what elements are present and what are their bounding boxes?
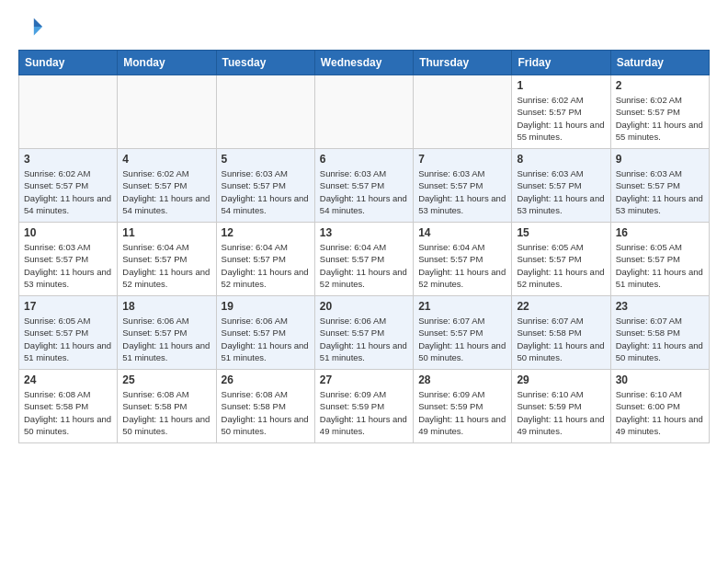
day-info: Sunrise: 6:02 AM Sunset: 5:57 PM Dayligh…: [616, 94, 704, 143]
day-number: 4: [122, 153, 210, 166]
calendar-cell: 26Sunrise: 6:08 AM Sunset: 5:58 PM Dayli…: [216, 370, 314, 443]
day-number: 2: [616, 79, 704, 92]
weekday-header-saturday: Saturday: [610, 51, 709, 75]
day-info: Sunrise: 6:05 AM Sunset: 5:57 PM Dayligh…: [616, 241, 704, 290]
day-number: 14: [418, 226, 506, 239]
calendar-cell: 28Sunrise: 6:09 AM Sunset: 5:59 PM Dayli…: [414, 370, 512, 443]
day-number: 8: [517, 153, 605, 166]
day-info: Sunrise: 6:03 AM Sunset: 5:57 PM Dayligh…: [517, 167, 605, 216]
calendar-cell: [414, 75, 512, 149]
day-number: 11: [122, 226, 210, 239]
day-info: Sunrise: 6:06 AM Sunset: 5:57 PM Dayligh…: [222, 315, 310, 363]
svg-marker-0: [34, 18, 42, 27]
weekday-header-thursday: Thursday: [414, 51, 512, 75]
day-number: 15: [517, 226, 605, 239]
day-number: 19: [222, 300, 310, 313]
day-info: Sunrise: 6:10 AM Sunset: 5:59 PM Dayligh…: [517, 388, 605, 437]
day-info: Sunrise: 6:03 AM Sunset: 5:57 PM Dayligh…: [222, 167, 310, 216]
calendar-cell: 18Sunrise: 6:06 AM Sunset: 5:57 PM Dayli…: [118, 296, 216, 370]
day-number: 23: [616, 300, 704, 313]
day-info: Sunrise: 6:08 AM Sunset: 5:58 PM Dayligh…: [24, 388, 112, 437]
day-number: 20: [320, 300, 408, 313]
weekday-header-wednesday: Wednesday: [314, 51, 413, 75]
week-row-0: 1Sunrise: 6:02 AM Sunset: 5:57 PM Daylig…: [19, 75, 710, 149]
day-number: 12: [222, 226, 310, 239]
day-info: Sunrise: 6:03 AM Sunset: 5:57 PM Dayligh…: [418, 167, 506, 216]
day-number: 13: [320, 226, 408, 239]
calendar-cell: 9Sunrise: 6:03 AM Sunset: 5:57 PM Daylig…: [610, 149, 709, 223]
day-number: 26: [222, 373, 310, 386]
calendar-cell: 20Sunrise: 6:06 AM Sunset: 5:57 PM Dayli…: [314, 296, 413, 370]
week-row-1: 3Sunrise: 6:02 AM Sunset: 5:57 PM Daylig…: [19, 149, 710, 223]
day-info: Sunrise: 6:09 AM Sunset: 5:59 PM Dayligh…: [418, 388, 506, 437]
day-info: Sunrise: 6:10 AM Sunset: 6:00 PM Dayligh…: [616, 388, 704, 437]
day-info: Sunrise: 6:08 AM Sunset: 5:58 PM Dayligh…: [222, 388, 310, 437]
day-info: Sunrise: 6:06 AM Sunset: 5:57 PM Dayligh…: [122, 315, 210, 363]
calendar-cell: [216, 75, 314, 149]
day-info: Sunrise: 6:03 AM Sunset: 5:57 PM Dayligh…: [24, 241, 112, 290]
calendar-cell: 19Sunrise: 6:06 AM Sunset: 5:57 PM Dayli…: [216, 296, 314, 370]
calendar-cell: 1Sunrise: 6:02 AM Sunset: 5:57 PM Daylig…: [512, 75, 610, 149]
calendar-cell: 7Sunrise: 6:03 AM Sunset: 5:57 PM Daylig…: [414, 149, 512, 223]
day-info: Sunrise: 6:05 AM Sunset: 5:57 PM Dayligh…: [517, 241, 605, 290]
day-number: 18: [122, 300, 210, 313]
day-number: 3: [24, 153, 112, 166]
day-number: 22: [517, 300, 605, 313]
day-info: Sunrise: 6:04 AM Sunset: 5:57 PM Dayligh…: [122, 241, 210, 290]
calendar-cell: 17Sunrise: 6:05 AM Sunset: 5:57 PM Dayli…: [19, 296, 118, 370]
calendar-cell: 3Sunrise: 6:02 AM Sunset: 5:57 PM Daylig…: [19, 149, 118, 223]
calendar-cell: 16Sunrise: 6:05 AM Sunset: 5:57 PM Dayli…: [610, 223, 709, 296]
header: [18, 15, 710, 40]
calendar-cell: [314, 75, 413, 149]
day-number: 16: [616, 226, 704, 239]
logo-icon: [18, 15, 44, 40]
day-number: 7: [418, 153, 506, 166]
day-info: Sunrise: 6:09 AM Sunset: 5:59 PM Dayligh…: [320, 388, 408, 437]
weekday-header-friday: Friday: [512, 51, 610, 75]
svg-marker-1: [34, 27, 42, 35]
calendar-cell: 11Sunrise: 6:04 AM Sunset: 5:57 PM Dayli…: [118, 223, 216, 296]
day-number: 5: [222, 153, 310, 166]
day-info: Sunrise: 6:04 AM Sunset: 5:57 PM Dayligh…: [320, 241, 408, 290]
day-info: Sunrise: 6:07 AM Sunset: 5:58 PM Dayligh…: [517, 315, 605, 363]
calendar-cell: 4Sunrise: 6:02 AM Sunset: 5:57 PM Daylig…: [118, 149, 216, 223]
day-info: Sunrise: 6:04 AM Sunset: 5:57 PM Dayligh…: [222, 241, 310, 290]
calendar-cell: 6Sunrise: 6:03 AM Sunset: 5:57 PM Daylig…: [314, 149, 413, 223]
day-info: Sunrise: 6:02 AM Sunset: 5:57 PM Dayligh…: [24, 167, 112, 216]
calendar-cell: 24Sunrise: 6:08 AM Sunset: 5:58 PM Dayli…: [19, 370, 118, 443]
day-number: 24: [24, 373, 112, 386]
day-number: 30: [616, 373, 704, 386]
calendar-cell: 23Sunrise: 6:07 AM Sunset: 5:58 PM Dayli…: [610, 296, 709, 370]
day-number: 17: [24, 300, 112, 313]
day-info: Sunrise: 6:02 AM Sunset: 5:57 PM Dayligh…: [122, 167, 210, 216]
calendar-cell: 27Sunrise: 6:09 AM Sunset: 5:59 PM Dayli…: [314, 370, 413, 443]
calendar-cell: 30Sunrise: 6:10 AM Sunset: 6:00 PM Dayli…: [610, 370, 709, 443]
calendar-cell: 13Sunrise: 6:04 AM Sunset: 5:57 PM Dayli…: [314, 223, 413, 296]
weekday-header-row: SundayMondayTuesdayWednesdayThursdayFrid…: [19, 51, 710, 75]
calendar-cell: 25Sunrise: 6:08 AM Sunset: 5:58 PM Dayli…: [118, 370, 216, 443]
calendar-cell: 21Sunrise: 6:07 AM Sunset: 5:57 PM Dayli…: [414, 296, 512, 370]
calendar-cell: 10Sunrise: 6:03 AM Sunset: 5:57 PM Dayli…: [19, 223, 118, 296]
day-info: Sunrise: 6:07 AM Sunset: 5:57 PM Dayligh…: [418, 315, 506, 363]
week-row-4: 24Sunrise: 6:08 AM Sunset: 5:58 PM Dayli…: [19, 370, 710, 443]
day-number: 27: [320, 373, 408, 386]
calendar-cell: [118, 75, 216, 149]
day-info: Sunrise: 6:03 AM Sunset: 5:57 PM Dayligh…: [616, 167, 704, 216]
day-info: Sunrise: 6:02 AM Sunset: 5:57 PM Dayligh…: [517, 94, 605, 143]
day-number: 21: [418, 300, 506, 313]
day-info: Sunrise: 6:06 AM Sunset: 5:57 PM Dayligh…: [320, 315, 408, 363]
calendar-cell: [19, 75, 118, 149]
weekday-header-tuesday: Tuesday: [216, 51, 314, 75]
day-info: Sunrise: 6:07 AM Sunset: 5:58 PM Dayligh…: [616, 315, 704, 363]
day-info: Sunrise: 6:08 AM Sunset: 5:58 PM Dayligh…: [122, 388, 210, 437]
calendar-cell: 14Sunrise: 6:04 AM Sunset: 5:57 PM Dayli…: [414, 223, 512, 296]
logo: [18, 15, 48, 40]
calendar-cell: 22Sunrise: 6:07 AM Sunset: 5:58 PM Dayli…: [512, 296, 610, 370]
page: SundayMondayTuesdayWednesdayThursdayFrid…: [0, 0, 728, 563]
day-number: 28: [418, 373, 506, 386]
day-number: 1: [517, 79, 605, 92]
day-number: 6: [320, 153, 408, 166]
calendar-cell: 15Sunrise: 6:05 AM Sunset: 5:57 PM Dayli…: [512, 223, 610, 296]
calendar-cell: 12Sunrise: 6:04 AM Sunset: 5:57 PM Dayli…: [216, 223, 314, 296]
day-info: Sunrise: 6:03 AM Sunset: 5:57 PM Dayligh…: [320, 167, 408, 216]
